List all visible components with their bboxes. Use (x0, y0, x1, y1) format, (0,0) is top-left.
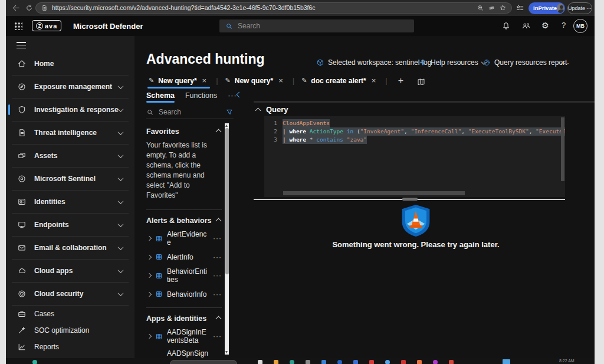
expand-chevron-icon[interactable] (147, 273, 152, 278)
browser-update-button[interactable]: Update ··· (567, 2, 592, 14)
favorites-header[interactable]: Favorites (146, 124, 222, 139)
taskbar-app-icon[interactable] (353, 360, 358, 364)
settings-gear-icon[interactable]: ⚙ (541, 21, 549, 30)
favorites-list-icon[interactable] (516, 4, 524, 12)
taskbar-app-icon[interactable] (385, 360, 390, 364)
zoom-in-icon[interactable] (477, 4, 484, 12)
section-header[interactable]: Alerts & behaviors (146, 214, 222, 228)
row-more-options[interactable]: ··· (213, 234, 222, 242)
taskbar-app-icon[interactable] (258, 360, 262, 364)
inprivate-badge[interactable]: InPrivate (528, 2, 565, 14)
query-tab-1[interactable]: ✎New query*× (146, 75, 211, 88)
sidebar-item-investigation-response[interactable]: Investigation & response (12, 99, 129, 122)
sidebar-item-email-collaboration[interactable]: Email & collaboration (12, 237, 129, 260)
address-bar[interactable]: https://security.microsoft.com/v2/advanc… (35, 2, 512, 14)
app-launcher-icon[interactable] (14, 22, 22, 30)
sidebar-item-microsoft-sentinel[interactable]: Microsoft Sentinel (12, 168, 129, 191)
workspace-selector[interactable]: Selected workspace: sentinel-log (316, 57, 431, 68)
schema-table-aadspnsignineventsbeta[interactable]: AADSpnSignInEventsBeta··· (146, 347, 222, 358)
line-number: 1 (264, 119, 283, 127)
row-more-options[interactable]: ··· (213, 332, 222, 340)
tracking-prevention-icon[interactable] (488, 4, 495, 12)
expand-chevron-icon[interactable] (147, 236, 152, 241)
taskbar-app-icon[interactable] (32, 360, 37, 364)
schema-tabs-overflow[interactable]: ··· (228, 91, 237, 103)
schema-table-alertinfo[interactable]: AlertInfo··· (146, 249, 222, 265)
filter-funnel-icon[interactable] (225, 108, 234, 116)
taskbar-app-icon[interactable] (321, 360, 326, 364)
sidebar-item-identities[interactable]: Identities (12, 191, 129, 214)
row-more-options[interactable]: ··· (213, 290, 222, 299)
taskbar-app-icon[interactable] (306, 360, 310, 364)
close-tab-icon[interactable]: × (372, 76, 376, 85)
url-text[interactable]: https://security.microsoft.com/v2/advanc… (52, 4, 473, 11)
taskbar-app-icon[interactable] (290, 360, 294, 364)
code-line-1[interactable]: 1CloudAppEvents (264, 119, 565, 127)
taskbar-app-icon[interactable] (417, 360, 422, 364)
close-tab-icon[interactable]: × (278, 76, 283, 85)
row-more-options[interactable]: ··· (213, 271, 222, 280)
tab-schema[interactable]: Schema (146, 91, 175, 103)
kql-editor[interactable]: 1CloudAppEvents2| where ActionType in ("… (264, 116, 565, 197)
taskbar-app-icon[interactable] (503, 359, 510, 364)
expand-chevron-icon[interactable] (147, 291, 152, 296)
notifications-bell-icon[interactable] (501, 21, 511, 31)
favorites-empty-text: Your favorites list is empty. To add a s… (146, 139, 222, 204)
browser-profile-avatar[interactable] (557, 4, 564, 13)
bookmark-star-icon[interactable] (499, 4, 507, 12)
taskbar-app-icon[interactable] (401, 360, 406, 364)
community-people-icon[interactable] (521, 21, 531, 31)
expand-chevron-icon[interactable] (147, 334, 152, 339)
resize-grip[interactable] (402, 198, 418, 201)
code-line-2[interactable]: 2| where ActionType in ("InvokeAgent", "… (264, 127, 565, 136)
nav-collapse-hamburger-icon[interactable] (17, 42, 26, 49)
schema-table-alertevidence[interactable]: AlertEvidence··· (146, 228, 222, 249)
help-resources-menu[interactable]: Help resources (419, 57, 486, 68)
browser-back-icon[interactable] (12, 4, 21, 12)
taskbar-app-icon[interactable] (274, 360, 278, 364)
schema-scrollbar[interactable] (225, 123, 229, 355)
global-search-input[interactable]: Search (219, 19, 414, 32)
sidebar-item-endpoints[interactable]: Endpoints (12, 214, 129, 237)
sidebar-item-soc-optimization[interactable]: SOC optimization (12, 322, 129, 339)
sidebar-item-exposure-management[interactable]: Exposure management (12, 76, 129, 99)
tab-functions[interactable]: Functions (185, 91, 217, 103)
header-overflow-button[interactable]: ··· (560, 57, 570, 68)
expand-chevron-icon[interactable] (147, 254, 152, 259)
query-tab-3[interactable]: ✎doc create alert*× (299, 75, 380, 88)
sidebar-item-cloud-security[interactable]: Cloud security (12, 283, 129, 306)
taskbar-app-icon[interactable] (449, 360, 454, 364)
taskbar-app-icon[interactable] (369, 360, 374, 364)
taskbar-app-icon[interactable] (433, 360, 438, 364)
section-header[interactable]: Apps & identities (146, 311, 222, 326)
schema-table-aadsignineventsbeta[interactable]: AADSignInEventsBeta··· (146, 326, 222, 347)
windows-taskbar[interactable]: 8:22 AM (6, 358, 595, 364)
sidebar-item-cases[interactable]: Cases (12, 306, 129, 322)
editor-horizontal-scrollbar[interactable] (283, 191, 465, 195)
browser-refresh-icon[interactable] (25, 4, 34, 12)
query-resources-report-button[interactable]: Query resources report (482, 57, 567, 68)
new-tab-plus-icon[interactable]: + (398, 75, 403, 86)
sidebar-item-cloud-apps[interactable]: Cloud apps (12, 260, 129, 283)
editor-resize-divider[interactable] (254, 199, 565, 200)
code-line-3[interactable]: 3| where * contains "zava" (264, 136, 565, 144)
page-info-icon[interactable] (41, 4, 48, 12)
row-more-options[interactable]: ··· (213, 253, 222, 261)
sidebar-item-threat-intelligence[interactable]: Threat intelligence (12, 122, 129, 145)
help-icon[interactable]: ? (562, 21, 566, 29)
sidebar-item-home[interactable]: Home (12, 53, 129, 76)
sidebar-item-reports[interactable]: Reports (12, 339, 129, 355)
sidebar-item-assets[interactable]: Assets (12, 145, 129, 168)
query-tab-2[interactable]: ✎New query*× (223, 75, 288, 88)
schema-table-behaviorinfo[interactable]: BehaviorInfo··· (146, 286, 222, 302)
schema-search-input[interactable]: Search (146, 106, 234, 119)
guided-mode-map-icon[interactable] (416, 75, 426, 87)
user-avatar[interactable]: MB (573, 19, 587, 33)
error-state: Something went wrong. Please try again l… (254, 204, 578, 240)
close-tab-icon[interactable]: × (202, 76, 207, 85)
schema-table-behaviorentities[interactable]: BehaviorEntities··· (146, 265, 222, 286)
taskbar-search-pill[interactable] (170, 360, 237, 364)
query-section-header[interactable]: Query (256, 105, 288, 114)
editor-vertical-scrollbar[interactable] (561, 117, 564, 181)
taskbar-app-icon[interactable] (337, 360, 342, 364)
